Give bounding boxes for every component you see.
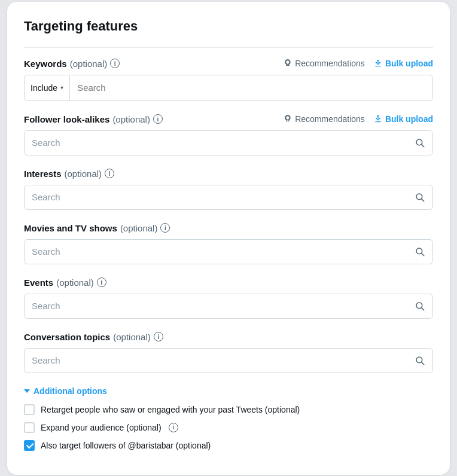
follower-lookalikes-actions: Recommendations Bulk upload (283, 114, 433, 124)
expand-audience-checkbox-item: Expand your audience (optional) i (24, 422, 433, 433)
keywords-bulk-upload-link[interactable]: Bulk upload (373, 59, 433, 68)
retarget-checkbox[interactable] (24, 404, 35, 415)
interests-search-input[interactable] (32, 192, 415, 202)
events-search-input[interactable] (32, 301, 415, 311)
movies-tv-header: Movies and TV shows (optional) i (24, 223, 433, 233)
svg-line-9 (422, 362, 424, 364)
follower-lookalikes-input-wrap (24, 130, 433, 155)
keywords-search-input[interactable] (70, 75, 432, 100)
conversation-topics-section: Conversation topics (optional) i (24, 332, 433, 373)
follower-search-icon (415, 138, 425, 148)
keywords-actions: Recommendations Bulk upload (283, 59, 433, 68)
follower-lookalikes-search-input[interactable] (32, 138, 415, 148)
upload-icon-2 (373, 114, 383, 124)
keywords-info-icon[interactable]: i (110, 59, 120, 68)
chevron-down-icon (24, 389, 30, 393)
movies-tv-search-input[interactable] (32, 246, 415, 257)
interests-input-wrap (24, 185, 433, 210)
target-followers-checkbox[interactable] (24, 440, 35, 451)
movies-tv-label: Movies and TV shows (optional) i (24, 223, 170, 233)
events-info-icon[interactable]: i (97, 277, 106, 287)
interests-section: Interests (optional) i (24, 169, 433, 210)
divider (24, 47, 433, 48)
conversation-topics-search-icon (415, 355, 425, 366)
events-label: Events (optional) i (24, 277, 106, 288)
interests-label: Interests (optional) i (24, 169, 114, 179)
follower-lookalikes-header: Follower look-alikes (optional) i Recomm… (24, 114, 433, 124)
conversation-topics-header: Conversation topics (optional) i (24, 332, 433, 342)
svg-line-7 (422, 307, 424, 310)
movies-tv-info-icon[interactable]: i (160, 223, 170, 233)
follower-lookalikes-section: Follower look-alikes (optional) i Recomm… (24, 114, 433, 155)
conversation-topics-label: Conversation topics (optional) i (24, 332, 163, 342)
additional-options-toggle[interactable]: Additional options (24, 386, 433, 396)
events-header: Events (optional) i (24, 277, 433, 288)
follower-recommendations-link[interactable]: Recommendations (283, 114, 365, 124)
conversation-topics-search-input[interactable] (32, 355, 415, 365)
conversation-topics-info-icon[interactable]: i (154, 332, 163, 341)
keywords-header: Keywords (optional) i Recommendations Bu… (24, 59, 433, 69)
movies-tv-section: Movies and TV shows (optional) i (24, 223, 433, 264)
additional-options-section: Additional options Retarget people who s… (24, 386, 433, 451)
conversation-topics-input-wrap (24, 348, 433, 373)
include-dropdown[interactable]: Include ▾ (25, 75, 70, 100)
keywords-recommendations-link[interactable]: Recommendations (283, 59, 365, 68)
bulb-icon-2 (283, 114, 293, 124)
keywords-label: Keywords (optional) i (24, 59, 120, 69)
page-title: Targeting features (24, 19, 433, 34)
include-chevron-icon: ▾ (60, 84, 63, 91)
targeting-features-card: Targeting features Keywords (optional) i… (7, 2, 450, 475)
interests-info-icon[interactable]: i (105, 169, 114, 178)
upload-icon (373, 59, 383, 68)
movies-tv-input-wrap (24, 239, 433, 264)
follower-bulk-upload-link[interactable]: Bulk upload (373, 114, 433, 124)
interests-search-icon (415, 192, 425, 203)
follower-lookalikes-label: Follower look-alikes (optional) i (24, 114, 163, 124)
events-section: Events (optional) i (24, 277, 433, 319)
svg-line-3 (422, 199, 424, 201)
events-search-icon (415, 301, 425, 312)
expand-audience-checkbox[interactable] (24, 422, 35, 433)
svg-line-1 (422, 144, 424, 147)
events-input-wrap (24, 294, 433, 319)
keywords-input-row: Include ▾ (24, 75, 433, 101)
expand-audience-info-icon[interactable]: i (169, 423, 178, 432)
bulb-icon (283, 59, 293, 68)
target-followers-checkbox-item: Also target followers of @baristabar (op… (24, 440, 433, 451)
movies-tv-search-icon (415, 246, 425, 257)
keywords-section: Keywords (optional) i Recommendations Bu… (24, 59, 433, 101)
retarget-checkbox-item: Retarget people who saw or engaged with … (24, 404, 433, 415)
svg-line-5 (422, 253, 424, 255)
interests-header: Interests (optional) i (24, 169, 433, 179)
follower-lookalikes-info-icon[interactable]: i (153, 114, 163, 124)
